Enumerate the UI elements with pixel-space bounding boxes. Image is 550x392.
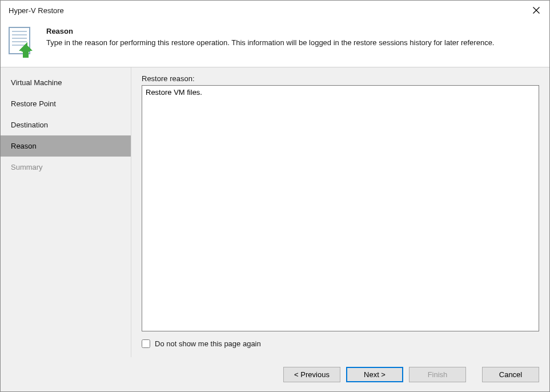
sidebar-item-reason[interactable]: Reason [1, 135, 131, 157]
wizard-footer: < Previous Next > Finish Cancel [1, 357, 549, 391]
suppress-page-checkbox-row[interactable]: Do not show me this page again [142, 339, 539, 348]
restore-reason-label: Restore reason: [142, 74, 539, 83]
wizard-body: Virtual Machine Restore Point Destinatio… [1, 67, 549, 357]
wizard-icon [9, 27, 36, 59]
previous-button[interactable]: < Previous [283, 367, 340, 382]
sidebar-item-restore-point[interactable]: Restore Point [1, 93, 131, 114]
finish-button: Finish [409, 367, 466, 382]
titlebar: Hyper-V Restore [1, 1, 549, 20]
header-text: Reason Type in the reason for performing… [46, 27, 541, 59]
suppress-page-checkbox[interactable] [142, 339, 150, 348]
window-title: Hyper-V Restore [9, 6, 64, 15]
header-title: Reason [46, 27, 541, 35]
sidebar-item-summary: Summary [1, 157, 131, 178]
header-banner: Reason Type in the reason for performing… [1, 20, 549, 67]
restore-reason-input[interactable] [142, 85, 539, 331]
cancel-button[interactable]: Cancel [482, 367, 539, 382]
suppress-page-label: Do not show me this page again [155, 339, 261, 348]
close-button[interactable] [523, 1, 549, 20]
header-description: Type in the reason for performing this r… [46, 38, 541, 48]
sidebar-item-virtual-machine[interactable]: Virtual Machine [1, 72, 131, 93]
wizard-window: Hyper-V Restore Reason Type in the reaso… [0, 0, 550, 392]
close-icon [533, 7, 540, 14]
next-button[interactable]: Next > [346, 367, 403, 382]
main-panel: Restore reason: Do not show me this page… [131, 67, 549, 357]
sidebar-item-destination[interactable]: Destination [1, 114, 131, 135]
steps-sidebar: Virtual Machine Restore Point Destinatio… [1, 67, 131, 357]
